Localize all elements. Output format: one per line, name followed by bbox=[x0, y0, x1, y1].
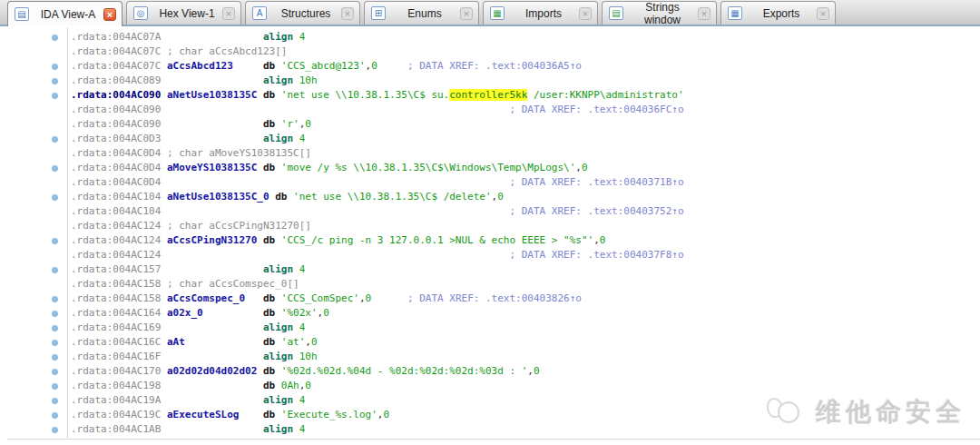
exports-icon: ▦ bbox=[728, 6, 742, 20]
code-segment-addr: .rdata:004AC090 bbox=[71, 118, 161, 130]
address-dot-icon bbox=[52, 93, 58, 99]
listing-line[interactable]: .rdata:004AC07C aCcsAbcd123 db 'CCS_abcd… bbox=[0, 59, 980, 74]
listing-line[interactable]: .rdata:004AC16C aAt db 'at',0 bbox=[0, 335, 980, 350]
tab-close-icon[interactable]: × bbox=[698, 7, 710, 20]
code-segment-strhl: controller5kk bbox=[449, 89, 527, 101]
code-segment-pln bbox=[161, 89, 167, 101]
listing-line[interactable]: .rdata:004AC16F align 10h bbox=[0, 350, 980, 364]
listing-line[interactable]: .rdata:004AC157 align 4 bbox=[0, 262, 980, 277]
tab-exports[interactable]: ▦Exports× bbox=[720, 1, 836, 25]
code-segment-num: 0 bbox=[305, 118, 311, 130]
imports-icon: ▦ bbox=[490, 6, 505, 20]
tab-close-icon[interactable]: × bbox=[817, 7, 829, 20]
code-segment-num: 4 bbox=[293, 263, 305, 275]
code-segment-pln bbox=[161, 423, 263, 435]
listing-line[interactable]: .rdata:004AC19C aExecuteSLog db 'Execute… bbox=[0, 408, 980, 422]
code-segment-cmt: ; char aCcsAbcd123[] bbox=[167, 45, 287, 57]
code-segment-addr: .rdata:004AC0D3 bbox=[71, 133, 161, 144]
listing-line[interactable]: .rdata:004AC0D4 aMoveYS1038135C db 'move… bbox=[0, 161, 980, 175]
listing-line[interactable]: .rdata:004AC07C ; char aCcsAbcd123[] bbox=[0, 44, 980, 59]
listing-line[interactable]: .rdata:004AC164 a02x_0 db '%02x',0 bbox=[0, 306, 980, 321]
code-segment-pln bbox=[161, 351, 263, 362]
code-segment-dir: align bbox=[263, 263, 293, 275]
tab-close-icon[interactable]: × bbox=[460, 7, 473, 20]
code-segment-num: 0 bbox=[311, 336, 318, 348]
code-segment-pln bbox=[185, 336, 263, 348]
code-segment-num: 0 bbox=[305, 380, 311, 391]
listing-line[interactable]: .rdata:004AC090 aNetUse1038135C db 'net … bbox=[0, 88, 980, 103]
address-dot-icon bbox=[52, 325, 58, 331]
code-segment-lbl: aNetUse1038135C bbox=[167, 89, 257, 101]
code-segment-dir: align bbox=[263, 351, 293, 362]
code-segment-pln bbox=[161, 292, 167, 304]
code-segment-addr: .rdata:004AC07C bbox=[71, 45, 161, 57]
code-segment-addr: .rdata:004AC16C bbox=[71, 336, 161, 348]
listing-line[interactable]: .rdata:004AC1AB align 4 bbox=[0, 422, 980, 437]
listing-line[interactable]: .rdata:004AC090 db 'r',0 bbox=[0, 117, 980, 132]
code-segment-pln bbox=[161, 409, 167, 420]
code-segment-addr: .rdata:004AC16F bbox=[71, 351, 161, 362]
listing-line[interactable]: .rdata:004AC124 aCcsCPingN31270 db 'CCS_… bbox=[0, 233, 980, 248]
tab-hex-view-1[interactable]: ◎Hex View-1× bbox=[126, 1, 241, 25]
code-segment-pln bbox=[161, 321, 263, 333]
code-segment-pln bbox=[245, 292, 263, 304]
address-dot-icon bbox=[52, 165, 58, 172]
code-segment-num: 0Ah bbox=[281, 380, 299, 391]
tab-enums[interactable]: ⊞Enums× bbox=[364, 1, 479, 25]
listing-line[interactable]: .rdata:004AC090 ; DATA XREF: .text:00403… bbox=[0, 103, 980, 117]
tab-imports[interactable]: ▦Imports× bbox=[483, 1, 598, 25]
code-segment-pln bbox=[161, 60, 167, 72]
tab-close-icon[interactable]: × bbox=[341, 7, 354, 20]
listing-line[interactable]: .rdata:004AC124 ; DATA XREF: .text:00403… bbox=[0, 248, 980, 262]
code-segment-pln: , bbox=[527, 365, 534, 377]
listing-line[interactable]: .rdata:004AC158 aCcsComspec_0 db 'CCS_Co… bbox=[0, 292, 980, 306]
code-segment-lbl: aExecuteSLog bbox=[167, 409, 239, 420]
code-segment-str: 'r' bbox=[281, 118, 299, 130]
listing-line[interactable]: .rdata:004AC158 ; char aCcsComspec_0[] bbox=[0, 277, 980, 292]
listing-line[interactable]: .rdata:004AC104 aNetUse1038135C_0 db 'ne… bbox=[0, 190, 980, 204]
listing-line[interactable]: .rdata:004AC198 db 0Ah,0 bbox=[0, 379, 980, 393]
code-segment-pln bbox=[161, 380, 263, 391]
listing-line[interactable]: .rdata:004AC124 ; char aCcsCPingN31270[] bbox=[0, 219, 980, 233]
address-dot-icon bbox=[52, 238, 58, 244]
code-segment-pln bbox=[257, 234, 263, 246]
listing-line[interactable]: .rdata:004AC104 ; DATA XREF: .text:00403… bbox=[0, 204, 980, 219]
listing-line[interactable]: .rdata:004AC0D4 ; char aMoveYS1038135C[] bbox=[0, 146, 980, 161]
listing-line[interactable]: .rdata:004AC0D4 ; DATA XREF: .text:00403… bbox=[0, 175, 980, 190]
listing-line[interactable]: .rdata:004AC089 align 10h bbox=[0, 74, 980, 88]
code-segment-xref: ; DATA XREF: .text:004036FC↑o bbox=[509, 104, 683, 115]
bottom-border bbox=[7, 439, 980, 440]
code-segment-dir: align bbox=[263, 423, 293, 435]
tab-close-icon[interactable]: × bbox=[222, 7, 235, 20]
tab-close-icon[interactable]: × bbox=[579, 7, 592, 20]
listing-line[interactable]: .rdata:004AC19A align 4 bbox=[0, 393, 980, 408]
tab-ida-view-a[interactable]: ▤IDA View-A× bbox=[7, 1, 122, 26]
code-segment-num: 4 bbox=[293, 31, 305, 43]
tab-close-icon[interactable]: × bbox=[103, 8, 116, 21]
listing-line[interactable]: .rdata:004AC0D3 align 4 bbox=[0, 132, 980, 146]
listing-line[interactable]: .rdata:004AC170 a02d02d04d02d02 db '%02d… bbox=[0, 364, 980, 379]
code-segment-str: 'at' bbox=[281, 336, 306, 348]
tab-strings-window[interactable]: ▤Strings window× bbox=[602, 1, 717, 25]
code-segment-num: 4 bbox=[293, 133, 305, 144]
code-segment-kw: db bbox=[263, 89, 281, 101]
listing-line[interactable]: .rdata:004AC169 align 4 bbox=[0, 321, 980, 335]
code-segment-dir: align bbox=[263, 74, 293, 86]
address-dot-icon bbox=[52, 354, 58, 361]
tab-label: Imports bbox=[510, 7, 577, 20]
address-dot-icon bbox=[52, 35, 58, 41]
code-segment-pln bbox=[257, 89, 263, 101]
code-segment-pln bbox=[161, 205, 509, 217]
hex-view-icon: ◎ bbox=[133, 6, 148, 20]
ida-view-icon: ▤ bbox=[15, 7, 29, 21]
disassembly-listing[interactable]: .rdata:004AC07A align 4.rdata:004AC07C ;… bbox=[0, 30, 980, 437]
listing-line[interactable]: .rdata:004AC07A align 4 bbox=[0, 30, 980, 44]
code-segment-addr: .rdata:004AC157 bbox=[71, 263, 161, 275]
code-segment-pln bbox=[257, 365, 263, 377]
code-segment-pln bbox=[161, 249, 509, 261]
code-segment-num: 10h bbox=[293, 74, 318, 86]
tab-structures[interactable]: AStructures× bbox=[245, 1, 360, 25]
code-segment-pln bbox=[161, 45, 167, 57]
code-segment-addr: .rdata:004AC169 bbox=[71, 321, 161, 333]
code-segment-num: 4 bbox=[293, 394, 305, 406]
